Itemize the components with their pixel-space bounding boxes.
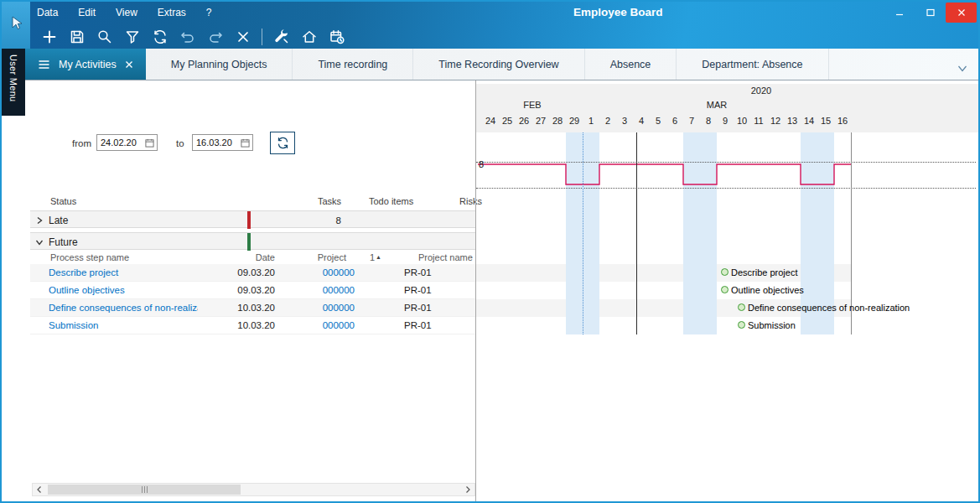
process-step-link[interactable]: Define consequences of non-realization — [30, 303, 198, 313]
process-step-link[interactable]: Submission — [30, 320, 198, 330]
process-step-link[interactable]: Describe project — [30, 267, 198, 277]
group-status-bar-future — [247, 233, 251, 251]
save-button[interactable] — [63, 25, 91, 49]
menu-item-edit[interactable]: Edit — [78, 7, 96, 18]
group-row-late[interactable]: Late 8 — [30, 210, 475, 228]
project-name-cell: PR-01 — [397, 303, 475, 313]
planning-board-button[interactable] — [323, 25, 350, 49]
calendar-icon[interactable] — [145, 138, 154, 148]
day-label: 2 — [599, 114, 616, 127]
app-logo — [2, 2, 30, 49]
milestone-label: Submission — [748, 320, 796, 331]
scroll-right-button[interactable] — [461, 484, 474, 495]
table-row[interactable]: Submission10.03.20000000PR-01 — [30, 317, 475, 334]
expand-chevron-down-icon[interactable] — [30, 238, 49, 246]
main-content: from to Status Tasks — [2, 80, 978, 501]
hamburger-menu-icon[interactable] — [38, 60, 50, 70]
delete-button[interactable] — [229, 25, 257, 49]
menu-item-extras[interactable]: Extras — [158, 7, 186, 18]
sort-order-number: 1 — [370, 252, 375, 262]
delete-icon — [235, 29, 251, 45]
sort-indicator[interactable]: 1▲ — [355, 252, 397, 262]
capacity-upper-dotted-line — [476, 162, 976, 163]
milestone-marker[interactable] — [738, 303, 745, 311]
home-button[interactable] — [295, 25, 323, 49]
tools-button[interactable] — [267, 25, 295, 49]
milestone-marker[interactable] — [738, 321, 745, 329]
minimize-button[interactable] — [884, 3, 915, 23]
milestone-marker[interactable] — [721, 268, 729, 276]
tab-close-icon[interactable] — [125, 60, 133, 69]
tab-my-planning-objects[interactable]: My Planning Objects — [146, 49, 293, 80]
search-button[interactable] — [91, 25, 118, 49]
to-date-input[interactable] — [193, 137, 236, 148]
menu-item-help[interactable]: ? — [206, 7, 212, 18]
redo-button[interactable] — [201, 25, 229, 49]
day-label: 28 — [549, 114, 566, 127]
gantt-panel: 2020 FEBMAR 2425262728291234567891011121… — [475, 80, 978, 501]
day-label: 4 — [633, 114, 650, 127]
day-label: 1 — [583, 114, 599, 127]
menu-item-data[interactable]: Data — [37, 7, 58, 18]
undo-icon — [179, 29, 196, 45]
month-boundary-line — [583, 132, 583, 334]
milestone-label: Outline objectives — [731, 285, 804, 296]
day-label: 26 — [516, 114, 532, 127]
project-link[interactable]: 000000 — [275, 285, 355, 295]
day-label: 8 — [700, 114, 717, 127]
tab-time-recording[interactable]: Time recording — [293, 49, 413, 80]
toolbar-divider — [262, 29, 262, 45]
day-label: 3 — [616, 114, 633, 127]
month-label: FEB — [482, 98, 583, 111]
tab-time-recording-overview[interactable]: Time Recording Overview — [413, 49, 584, 80]
project-name-cell: PR-01 — [397, 267, 475, 277]
table-row[interactable]: Describe project09.03.20000000PR-01 — [30, 264, 475, 282]
expand-chevron-right-icon[interactable] — [30, 216, 49, 225]
milestone-marker[interactable] — [721, 286, 729, 293]
project-name-cell: PR-01 — [397, 285, 475, 295]
today-line — [636, 132, 637, 334]
project-link[interactable]: 000000 — [275, 267, 355, 277]
project-name-cell: PR-01 — [397, 320, 475, 330]
tools-icon — [273, 29, 290, 45]
scrollbar-thumb[interactable] — [48, 485, 241, 495]
tab-label: Department: Absence — [702, 59, 802, 70]
scroll-left-button[interactable] — [33, 484, 46, 495]
table-row[interactable]: Outline objectives09.03.20000000PR-01 — [30, 282, 475, 299]
menu-item-view[interactable]: View — [116, 7, 137, 18]
tab-department-absence[interactable]: Department: Absence — [677, 49, 828, 80]
user-menu-rail[interactable]: User Menu — [2, 49, 25, 116]
day-label: 16 — [834, 114, 851, 127]
tab-absence[interactable]: Absence — [585, 49, 677, 80]
column-header-row: Process step name Date Project 1▲ Projec… — [30, 251, 475, 264]
refresh-button[interactable] — [146, 25, 174, 49]
day-label: 15 — [817, 114, 834, 127]
tab-overflow-chevron-icon[interactable] — [957, 60, 967, 75]
day-label: 14 — [801, 114, 817, 127]
close-button[interactable] — [946, 3, 977, 23]
filter-button[interactable] — [118, 25, 146, 49]
project-link[interactable]: 000000 — [275, 320, 355, 330]
group-name: Future — [49, 236, 247, 248]
filter-icon — [124, 29, 141, 45]
gantt-year-label: 2020 — [736, 86, 786, 96]
calendar-icon[interactable] — [241, 138, 250, 148]
milestone-label: Describe project — [731, 267, 797, 278]
group-row-future[interactable]: Future — [30, 232, 475, 250]
process-step-link[interactable]: Outline objectives — [30, 285, 198, 295]
load-axis-value: 8 — [479, 159, 484, 169]
day-label: 6 — [666, 114, 683, 127]
column-header-date: Date — [198, 252, 275, 262]
project-link[interactable]: 000000 — [275, 303, 355, 313]
maximize-button[interactable] — [915, 3, 946, 23]
undo-button[interactable] — [174, 25, 201, 49]
home-icon — [301, 29, 318, 45]
window-controls — [884, 3, 977, 23]
table-row[interactable]: Define consequences of non-realization10… — [30, 299, 475, 317]
apply-date-range-button[interactable] — [270, 132, 295, 154]
from-date-field — [96, 134, 158, 151]
tab-my-activities[interactable]: My Activities — [25, 49, 146, 80]
add-button[interactable] — [35, 25, 63, 49]
from-date-input[interactable] — [97, 137, 141, 148]
column-header-tasks: Tasks — [254, 196, 341, 206]
